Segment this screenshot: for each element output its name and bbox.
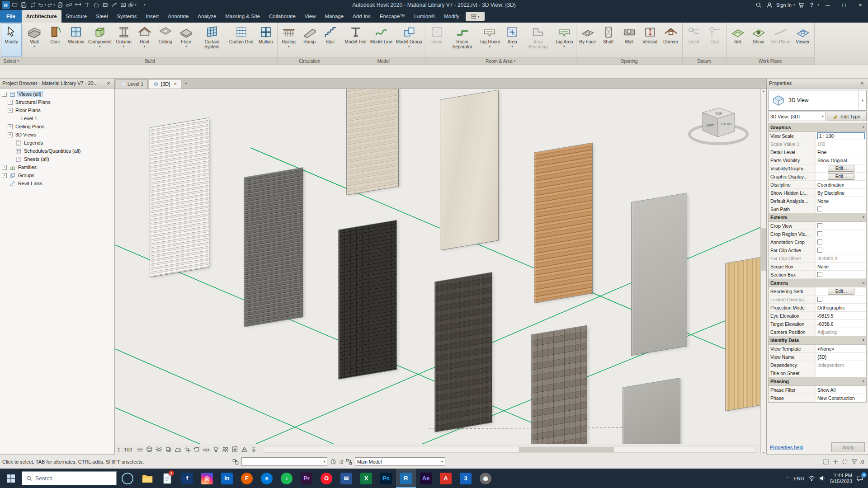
vertical-scrollbar-thumb[interactable]	[761, 228, 766, 271]
tab-view[interactable]: View	[300, 10, 321, 23]
tree-node-views-all[interactable]: −Views (all)	[0, 90, 114, 98]
taskbar-app-premiere[interactable]: Pr	[297, 469, 316, 488]
design-option-combo[interactable]: Main Model ▾	[355, 457, 445, 466]
taskbar-search-box[interactable]: Search	[22, 471, 117, 485]
tab-insert[interactable]: Insert	[142, 10, 164, 23]
tab-enscape[interactable]: Enscape™	[375, 10, 410, 23]
tile-stone-mix-panel[interactable]	[532, 326, 587, 455]
taskbar-app-3ds-max[interactable]: 3	[456, 469, 476, 488]
collapse-icon[interactable]: −	[8, 108, 13, 113]
ribbon-button-shaft[interactable]: Shaft	[598, 23, 619, 57]
ribbon-button-door[interactable]: Door	[45, 23, 66, 57]
properties-help-link[interactable]: Properties help	[770, 445, 803, 450]
panel-label-select[interactable]: Select▾	[0, 57, 23, 65]
value-discipline[interactable]: Coordination	[817, 182, 844, 188]
ribbon-button-tag-area[interactable]: Tag Area▾	[553, 23, 575, 57]
value-show-hidden-li[interactable]: By Discipline	[817, 190, 844, 196]
ribbon-button-model-line[interactable]: Model Line	[368, 23, 394, 57]
sign-in-button[interactable]: Sign In	[775, 2, 793, 8]
ribbon-button-modify[interactable]: Modify	[1, 23, 22, 57]
value-view-template[interactable]: <None>	[817, 346, 834, 352]
shadows-icon[interactable]	[164, 445, 173, 454]
taskbar-app-camera-app[interactable]: ◉	[476, 469, 495, 488]
detail-level-icon[interactable]	[136, 445, 144, 454]
background-processes-icon[interactable]	[841, 458, 849, 466]
checkbox-locked-orientat[interactable]	[817, 297, 822, 302]
help-dropdown-icon[interactable]: ▾	[817, 3, 819, 7]
taskbar-app-revit[interactable]: R	[396, 469, 416, 488]
ribbon-button-area[interactable]: Area▾	[502, 23, 523, 57]
tab-lumion[interactable]: Lumion®	[410, 10, 439, 23]
taskbar-app-photoshop[interactable]: Ps	[376, 469, 396, 488]
design-options-icon[interactable]	[345, 458, 353, 466]
edit-type-button[interactable]: Edit Type	[827, 112, 867, 121]
collapse-section-icon[interactable]: «	[861, 126, 865, 128]
tree-node-structural-plans[interactable]: +Structural Plans	[0, 98, 114, 106]
tree-node-level-1[interactable]: Level 1	[0, 114, 114, 122]
print-icon[interactable]	[56, 0, 64, 9]
redo-icon[interactable]: ▾	[47, 0, 55, 9]
worksets-icon[interactable]	[231, 458, 240, 466]
panel-label-datum[interactable]: Datum	[683, 57, 726, 65]
ribbon-button-show[interactable]: Show	[748, 23, 769, 57]
ribbon-button-component[interactable]: Component▾	[86, 23, 113, 57]
panel-label-circulation[interactable]: Circulation	[278, 57, 342, 65]
value-scope-box[interactable]: None	[817, 264, 829, 269]
section-icon[interactable]	[101, 0, 109, 9]
show-crop-icon[interactable]	[193, 445, 201, 454]
editing-requests-icon[interactable]	[329, 458, 337, 466]
value-scale-value-1[interactable]: 100	[817, 141, 826, 147]
value-camera-position[interactable]: Adjusting	[817, 329, 837, 335]
corrugated-white-panel[interactable]	[150, 118, 209, 277]
section-header-identity-data[interactable]: Identity Data«	[769, 336, 866, 345]
ribbon-button-railing[interactable]: Railing▾	[278, 23, 299, 57]
checkbox-crop-view[interactable]	[817, 223, 822, 228]
tab-manage[interactable]: Manage	[321, 10, 349, 23]
worksharing-icon[interactable]	[221, 445, 230, 454]
section-header-extents[interactable]: Extents«	[769, 213, 866, 222]
tree-node-families[interactable]: +Families	[0, 163, 114, 171]
panel-label-work-plane[interactable]: Work Plane	[726, 57, 814, 65]
panel-label-model[interactable]: Model	[342, 57, 425, 65]
ribbon-button-stair[interactable]: Stair	[320, 23, 341, 57]
save-icon[interactable]	[19, 0, 28, 9]
taskbar-app-firefox[interactable]: F	[237, 469, 257, 488]
taskbar-app-file-explorer[interactable]	[137, 469, 157, 488]
ribbon-button-wall[interactable]: Wall	[619, 23, 640, 57]
view-tab-list-button[interactable]: ▾	[185, 81, 187, 85]
dropdown-arrow-icon[interactable]: ▾	[144, 3, 146, 7]
stacked-stone-gray-panel[interactable]	[244, 168, 303, 327]
tray-overflow-icon[interactable]: ⌃	[786, 476, 789, 481]
collapse-section-icon[interactable]: «	[861, 380, 865, 382]
taskbar-app-mail-doc[interactable]: 1	[157, 469, 177, 488]
clock[interactable]: 1:44 PM 5/15/2023	[830, 473, 852, 484]
tab-massing-site[interactable]: Massing & Site	[221, 10, 264, 23]
text-icon[interactable]	[83, 0, 91, 9]
marble-cream-panel[interactable]	[440, 90, 498, 250]
taskbar-app-opera[interactable]: O	[316, 469, 336, 488]
sandstone-tan-panel[interactable]	[534, 143, 592, 303]
concrete-gray-panel[interactable]	[632, 193, 687, 355]
ribbon-button-mullion[interactable]: Mullion	[255, 23, 276, 57]
view-tab-level-1[interactable]: Level 1	[116, 79, 148, 89]
tab-architecture[interactable]: Architecture	[22, 10, 61, 23]
maximize-button[interactable]: ▢	[836, 0, 852, 10]
tab-steel[interactable]: Steel	[91, 10, 112, 23]
ribbon-button-tag-room[interactable]: Tag Room▾	[478, 23, 502, 57]
checkbox-crop-region-vis[interactable]	[817, 231, 822, 236]
checkbox-section-box[interactable]	[817, 272, 822, 277]
measure-icon[interactable]	[65, 0, 73, 9]
collapse-section-icon[interactable]: «	[861, 282, 865, 284]
properties-header[interactable]: Properties ✕	[767, 78, 868, 89]
tab-modify[interactable]: Modify	[439, 10, 464, 23]
selection-filter-icon[interactable]	[850, 458, 859, 466]
ribbon-button-roof[interactable]: Roof▾	[134, 23, 155, 57]
ribbon-button-model-text[interactable]: Model Text	[343, 23, 368, 57]
ribbon-button-set[interactable]: Set	[727, 23, 748, 57]
analytical-icon[interactable]	[240, 445, 249, 454]
ribbon-button-dormer[interactable]: Dormer	[660, 23, 681, 57]
tree-node-3d-views[interactable]: +3D Views	[0, 131, 114, 139]
view-scale-control[interactable]: 1 : 100	[117, 447, 135, 452]
panel-gray-light[interactable]	[623, 378, 680, 455]
ribbon-options-button[interactable]: ▾	[466, 12, 485, 21]
